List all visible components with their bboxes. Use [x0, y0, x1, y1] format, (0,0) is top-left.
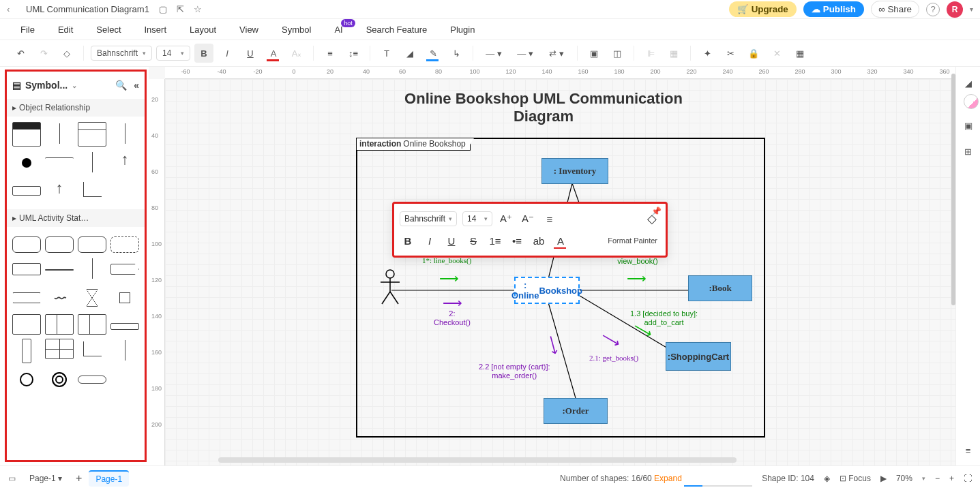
expand-link[interactable]: Expand	[654, 474, 682, 483]
shape-connector[interactable]	[45, 269, 74, 271]
menu-insert[interactable]: Insert	[145, 25, 167, 35]
increase-font-icon[interactable]: A⁺	[498, 211, 514, 227]
more-panel-icon[interactable]: ≡	[960, 442, 977, 459]
share-button[interactable]: ∞Share	[871, 1, 919, 18]
format-painter-icon[interactable]: ◇	[57, 44, 76, 63]
bold-button[interactable]: B	[194, 44, 213, 63]
shape-vbar[interactable]	[22, 339, 31, 363]
fullscreen-icon[interactable]: ⛶	[964, 474, 972, 483]
float-bold-button[interactable]: B	[400, 232, 416, 249]
group-button[interactable]: ◫	[608, 44, 627, 63]
interaction-frame[interactable]: interaction Online Bookshop : Inventory …	[356, 138, 765, 438]
shape-pill[interactable]	[78, 376, 106, 384]
shape-panel-icon[interactable]: ▣	[960, 117, 977, 134]
font-color-button[interactable]: A	[264, 44, 283, 63]
menu-ai[interactable]: AIhot	[334, 25, 342, 35]
line-spacing-button[interactable]: ↕≡	[344, 44, 363, 63]
star-icon[interactable]: ☆	[194, 4, 202, 14]
italic-button[interactable]: I	[218, 44, 237, 63]
shape-vline5[interactable]	[110, 339, 139, 363]
export-icon[interactable]: ⇱	[177, 4, 184, 14]
page-tab-1[interactable]: Page-1	[89, 470, 129, 487]
zoom-in-button[interactable]: +	[949, 474, 954, 483]
shape-rect[interactable]	[12, 186, 41, 196]
pin-icon[interactable]: 📌	[651, 206, 662, 216]
vertical-scrollbar[interactable]	[951, 67, 955, 465]
shape-class[interactable]	[78, 122, 106, 147]
float-size-select[interactable]: 14▾	[462, 211, 492, 226]
connector-style-button[interactable]: ↳	[447, 44, 466, 63]
page-selector[interactable]: Page-1 ▾	[23, 471, 69, 486]
float-strike-button[interactable]: S	[465, 232, 481, 249]
effects-button[interactable]: ✦	[698, 44, 717, 63]
shape-filled-circle[interactable]	[12, 151, 41, 175]
expand-caret-icon[interactable]: ⌄	[72, 82, 77, 89]
menu-layout[interactable]: Layout	[190, 25, 216, 35]
shape-bar[interactable]	[110, 323, 139, 330]
numbered-list-icon[interactable]: 1≡	[487, 232, 503, 249]
upgrade-button[interactable]: 🛒Upgrade	[729, 1, 797, 17]
clear-format-button[interactable]: Aₓ	[287, 44, 306, 63]
fill-panel-icon[interactable]: ◢	[960, 75, 977, 91]
color-indicator[interactable]	[964, 94, 979, 109]
float-font-select[interactable]: Bahnschrift▾	[400, 211, 457, 226]
menu-symbol[interactable]: Symbol	[282, 25, 311, 35]
object-shopping-cart[interactable]: :ShoppingCart	[666, 342, 731, 371]
shape-object[interactable]	[12, 263, 41, 275]
align-objects-button[interactable]: ⊫	[641, 44, 660, 63]
align-button[interactable]: ≡	[321, 44, 340, 63]
shape-state-dashed[interactable]	[110, 236, 139, 253]
object-online-bookshop[interactable]: : OnlineBookshop	[514, 277, 580, 304]
underline-button[interactable]: U	[241, 44, 260, 63]
horizontal-scrollbar[interactable]	[164, 457, 955, 463]
shape-hline[interactable]	[45, 157, 74, 171]
help-icon[interactable]: ?	[926, 3, 940, 16]
shape-grid[interactable]	[45, 339, 74, 359]
shape-corner[interactable]	[78, 179, 106, 204]
distribute-button[interactable]: ▦	[664, 44, 683, 63]
line-color-button[interactable]: ✎	[424, 44, 443, 63]
line-style-button[interactable]: — ▾	[480, 44, 507, 63]
avatar[interactable]: R	[947, 1, 963, 18]
align-left-icon[interactable]: ≡	[541, 211, 558, 227]
shape-square[interactable]	[110, 286, 139, 310]
menu-select[interactable]: Select	[96, 25, 121, 35]
bullet-list-icon[interactable]: •≡	[509, 232, 525, 249]
shape-empty[interactable]	[110, 179, 139, 204]
table-button[interactable]: ▦	[790, 44, 810, 63]
menu-file[interactable]: File	[20, 25, 35, 35]
object-inventory[interactable]: : Inventory	[541, 158, 608, 184]
shape-swimlane[interactable]	[12, 314, 41, 335]
publish-button[interactable]: ☁Publish	[803, 1, 864, 17]
shape-vline4[interactable]	[78, 257, 106, 281]
decrease-font-icon[interactable]: A⁻	[520, 211, 536, 227]
crop-button[interactable]: ✂	[721, 44, 740, 63]
shape-partition[interactable]	[45, 314, 74, 335]
shape-table[interactable]	[12, 122, 41, 147]
menu-edit[interactable]: Edit	[58, 25, 73, 35]
shape-empty2[interactable]	[110, 367, 139, 392]
object-book[interactable]: :Book	[688, 275, 752, 301]
redo-icon[interactable]: ↷	[34, 44, 53, 63]
zoom-out-button[interactable]: −	[935, 474, 940, 483]
text-tool-icon[interactable]: T	[377, 44, 396, 63]
menu-search[interactable]: Search Feature	[366, 25, 428, 35]
search-icon[interactable]: 🔍	[115, 80, 127, 91]
shape-final[interactable]	[45, 367, 74, 392]
shape-vline[interactable]	[45, 122, 74, 147]
float-italic-button[interactable]: I	[421, 232, 438, 249]
font-family-select[interactable]: Bahnschrift▾	[91, 46, 152, 61]
arrow-style-button[interactable]: ⇄ ▾	[543, 44, 570, 63]
add-page-button[interactable]: +	[76, 472, 82, 485]
shape-partition2[interactable]	[78, 314, 106, 335]
shape-corner2[interactable]	[78, 339, 106, 363]
grid-panel-icon[interactable]: ⊞	[960, 143, 977, 159]
shape-arrow-up2[interactable]	[45, 179, 74, 204]
focus-button[interactable]: ⊡ Focus	[840, 474, 871, 483]
shape-state2[interactable]	[78, 236, 106, 253]
shape-flow[interactable]	[45, 286, 74, 310]
menu-plugin[interactable]: Plugin	[450, 25, 475, 35]
object-order[interactable]: :Order	[544, 398, 608, 424]
save-icon[interactable]: ▢	[159, 4, 167, 14]
category-uml-activity[interactable]: ▸UML Activity Stat…	[7, 209, 145, 227]
